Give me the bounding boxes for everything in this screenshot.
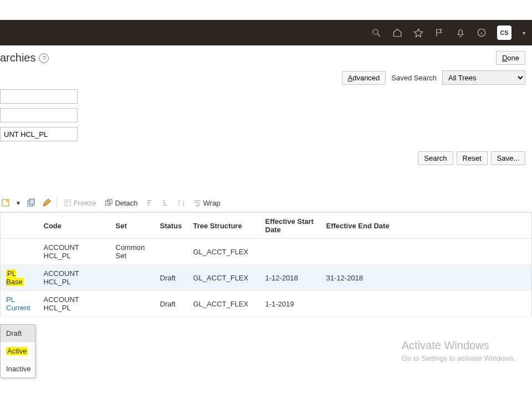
detach-button[interactable]: Detach — [103, 198, 140, 208]
cell-end: 31-12-2018 — [321, 265, 532, 291]
col-name[interactable] — [1, 213, 38, 239]
col-code[interactable]: Code — [38, 213, 110, 239]
status-menu-draft[interactable]: Draft — [1, 325, 35, 342]
cell-start: 1-12-2018 — [260, 265, 321, 291]
svg-rect-8 — [29, 199, 34, 204]
status-menu-active[interactable]: Active — [1, 342, 35, 360]
save-button[interactable]: Save... — [491, 151, 525, 165]
cell-end — [321, 239, 532, 265]
cell-code: ACCOUNT HCL_PL — [38, 291, 110, 317]
home-icon[interactable] — [392, 27, 403, 38]
advanced-button[interactable]: Advanced — [342, 71, 386, 85]
cell-set — [110, 291, 155, 317]
freeze-label: Freeze — [74, 199, 96, 207]
cell-set — [110, 265, 155, 291]
freeze-button[interactable]: Freeze — [62, 198, 98, 208]
cell-status — [155, 239, 188, 265]
page-title-text: archies — [0, 52, 35, 64]
table-toolbar: ▼ Freeze Detach Wrap — [0, 194, 532, 212]
watermark-sub: Go to Settings to activate Windows. — [402, 354, 515, 362]
svg-point-6 — [6, 199, 9, 202]
saved-search-select[interactable]: All Trees — [442, 70, 525, 85]
wrap-button[interactable]: Wrap — [191, 198, 223, 208]
col-status[interactable]: Status — [155, 213, 188, 239]
search-field-2[interactable] — [0, 108, 78, 122]
search-button[interactable]: Search — [418, 151, 453, 165]
cell-name — [1, 239, 38, 265]
table-row[interactable]: PL Current ACCOUNT HCL_PL Draft GL_ACCT_… — [1, 291, 532, 317]
svg-line-1 — [377, 34, 380, 37]
status-menu-inactive[interactable]: Inactive — [1, 360, 35, 377]
done-label-rest: one — [507, 54, 519, 62]
done-button[interactable]: Done — [496, 51, 525, 65]
cell-code: ACCOUNT HCL_PL — [38, 265, 110, 291]
cell-start: 1-1-2019 — [260, 291, 321, 317]
page-title: archies ? — [0, 52, 49, 64]
cell-name[interactable]: PL Current — [1, 291, 38, 317]
col-start[interactable]: Effective Start Date — [260, 213, 321, 239]
cell-tree: GL_ACCT_FLEX — [188, 291, 260, 317]
col-set[interactable]: Set — [110, 213, 155, 239]
cell-start — [260, 239, 321, 265]
sort-asc-icon[interactable] — [145, 197, 156, 208]
info-icon[interactable] — [476, 27, 487, 38]
cell-code: ACCOUNT HCL_PL — [38, 239, 110, 265]
bell-icon[interactable] — [455, 27, 466, 38]
duplicate-icon[interactable] — [25, 197, 37, 208]
help-icon[interactable]: ? — [39, 53, 49, 63]
detach-label: Detach — [115, 199, 137, 207]
avatar[interactable]: CS — [497, 25, 511, 40]
cell-tree: GL_ACCT_FLEX — [188, 239, 260, 265]
reorder-icon[interactable] — [176, 197, 187, 208]
sort-desc-icon[interactable] — [160, 197, 171, 208]
create-dropdown-icon[interactable]: ▼ — [16, 200, 21, 206]
cell-set: Common Set — [110, 239, 155, 265]
search-field-3[interactable] — [0, 127, 78, 141]
col-tree[interactable]: Tree Structure — [188, 213, 260, 239]
global-topbar: CS ▾ — [0, 20, 532, 45]
svg-point-0 — [373, 29, 378, 34]
saved-search-label: Saved Search — [391, 74, 437, 82]
chevron-down-icon[interactable]: ▾ — [523, 30, 525, 36]
windows-watermark: Activate Windows Go to Settings to activ… — [402, 339, 515, 362]
create-icon[interactable] — [0, 197, 11, 208]
status-context-menu: Draft Active Inactive — [0, 324, 35, 378]
cell-name[interactable]: PL Base — [1, 265, 38, 291]
table-row[interactable]: ACCOUNT HCL_PL Common Set GL_ACCT_FLEX — [1, 239, 532, 265]
cell-end — [321, 291, 532, 317]
table-row[interactable]: PL Base ACCOUNT HCL_PL Draft GL_ACCT_FLE… — [1, 265, 532, 291]
svg-rect-9 — [65, 200, 71, 206]
cell-tree: GL_ACCT_FLEX — [188, 265, 260, 291]
edit-icon[interactable] — [41, 197, 52, 208]
table-header-row: Code Set Status Tree Structure Effective… — [1, 213, 532, 239]
watermark-title: Activate Windows — [402, 339, 515, 352]
flag-icon[interactable] — [434, 27, 445, 38]
search-icon[interactable] — [371, 27, 382, 38]
results-table: Code Set Status Tree Structure Effective… — [0, 212, 532, 317]
col-end[interactable]: Effective End Date — [321, 213, 532, 239]
wrap-label: Wrap — [203, 199, 221, 207]
cell-status: Draft — [155, 265, 188, 291]
cell-status: Draft — [155, 291, 188, 317]
search-field-1[interactable] — [0, 89, 78, 104]
reset-button[interactable]: Reset — [457, 151, 488, 165]
star-icon[interactable] — [413, 27, 424, 38]
